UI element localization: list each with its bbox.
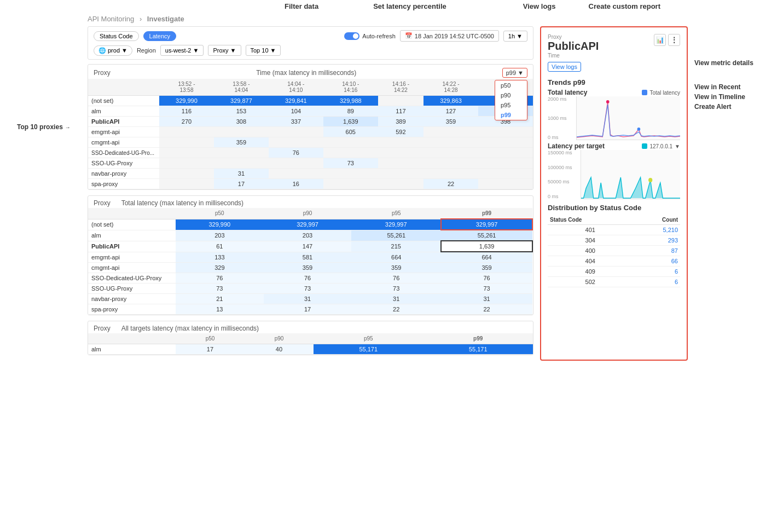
- latency-per-target-chart: 150000 ms 100000 ms 50000 ms 0 ms: [548, 150, 680, 199]
- time-header-label: Time: [548, 53, 599, 59]
- table-row: SSO-Dedicated-UG-Pro... 76: [88, 148, 533, 158]
- latency-per-target-label: Latency per target: [548, 142, 605, 150]
- svg-point-3: [648, 178, 652, 182]
- distribution-section: Distribution by Status Code Status Code …: [548, 204, 680, 287]
- total-latency-label: Total latency: [548, 89, 587, 96]
- region-btn[interactable]: us-west-2 ▼: [160, 45, 204, 56]
- view-recent-annotation: View in Recent: [694, 83, 760, 91]
- total-latency-metric: Total latency Total latency 2000 ms 1000…: [548, 89, 680, 140]
- view-timeline-annotation: View in Timeline: [694, 93, 760, 101]
- set-latency-annotation: Set latency percentile: [373, 2, 446, 10]
- total-latency-table: p50 p90 p95 p99 (not set) 329,990 329,99…: [88, 208, 533, 315]
- all-targets-section: Proxy All targets latency (max latency i…: [88, 321, 533, 355]
- trends-title: Trends p99: [548, 78, 680, 86]
- total-latency-section: Proxy Total latency (max latency in mill…: [88, 195, 533, 315]
- table-row: alm 116 153 104 89 117 127 55,261: [88, 106, 533, 117]
- table-row: emgmt-api 605 592: [88, 127, 533, 137]
- percentile-dropdown: p50 p90 p95 p99: [495, 80, 527, 120]
- prod-btn[interactable]: 🌐 prod ▼: [94, 45, 132, 56]
- right-panel: Proxy PublicAPI Time 📊 ⋮ View logs Trend…: [540, 26, 688, 361]
- table-row: (not set) 329,990 329,877 329,841 329,98…: [88, 96, 533, 106]
- svg-point-1: [637, 128, 641, 131]
- dist-row: 304 293: [548, 235, 680, 246]
- latency-per-target-metric: Latency per target 127.0.0.1 ▼ 150000 ms…: [548, 142, 680, 199]
- table1-title: Proxy: [94, 69, 111, 77]
- dist-header-code: Status Code: [548, 215, 633, 225]
- table-row: cmgmt-api 329 359 359 359: [88, 263, 532, 273]
- table2-title: Proxy: [94, 199, 111, 207]
- table-row: PublicAPI 270 308 337 1,639 389 359 398: [88, 117, 533, 127]
- dist-row: 400 87: [548, 246, 680, 256]
- view-logs-annotation: View logs: [523, 2, 556, 10]
- view-metric-annotation: View metric details: [694, 59, 760, 67]
- latency-btn[interactable]: Latency: [143, 31, 177, 41]
- dist-table: Status Code Count 401 5,210 304 293: [548, 215, 680, 287]
- table1-subtitle: Time (max latency in milliseconds): [256, 69, 356, 77]
- auto-refresh-toggle[interactable]: Auto-refresh: [344, 32, 396, 40]
- time-heatmap-table: 13:52 -13:58 13:58 -14:04 14:04 -14:10 1…: [88, 79, 533, 189]
- p95-option[interactable]: p95: [495, 100, 527, 110]
- table-row: spa-proxy 13 17 22 22: [88, 304, 532, 315]
- table-row: PublicAPI 61 147 215 1,639: [88, 241, 532, 252]
- table-row: emgmt-api 133 581 664 664: [88, 252, 532, 263]
- controls-bar: Status Code Latency Auto-refresh 📅 18 Ja…: [88, 26, 533, 60]
- svg-marker-2: [581, 177, 680, 198]
- table-row: SSO-UG-Proxy 73 73 73 73: [88, 284, 532, 294]
- create-alert-annotation: Create Alert: [694, 103, 760, 111]
- target-legend-dropdown[interactable]: ▼: [675, 143, 680, 149]
- right-annotations: View metric details View in Recent View …: [694, 26, 760, 361]
- time-range-btn[interactable]: 1h ▼: [503, 31, 527, 42]
- total-latency-chart: 2000 ms 1000 ms 0 ms: [548, 96, 680, 140]
- breadcrumb: API Monitoring › Investigate: [88, 11, 760, 26]
- top10-proxies-label: Top 10 proxies →: [17, 123, 71, 131]
- svg-point-0: [606, 100, 610, 103]
- proxy-header-label: Proxy: [548, 34, 599, 40]
- time-heatmap-section: Top 10 proxies → Proxy Time (max latency…: [88, 64, 533, 190]
- table3-title: Proxy: [94, 325, 111, 332]
- table-row: alm 203 203 55,261 55,261: [88, 230, 532, 241]
- proxy-filter-btn[interactable]: Proxy ▼: [208, 45, 241, 56]
- table-row: SSO-UG-Proxy 73: [88, 158, 533, 169]
- filter-data-annotation: Filter data: [285, 2, 318, 10]
- p50-option[interactable]: p50: [495, 80, 527, 90]
- date-picker[interactable]: 📅 18 Jan 2019 14:52 UTC-0500: [400, 30, 499, 42]
- dist-row: 409 6: [548, 267, 680, 277]
- dist-header-count: Count: [633, 215, 680, 225]
- create-report-annotation: Create custom report: [589, 2, 660, 10]
- p90-option[interactable]: p90: [495, 90, 527, 100]
- proxy-header-value: PublicAPI: [548, 40, 599, 53]
- view-logs-link[interactable]: View logs: [548, 62, 581, 72]
- all-targets-table: p50 p90 p95 p99 alm 17 40 55,171 55,171: [88, 333, 533, 355]
- table3-subtitle: All targets latency (max latency in mill…: [121, 325, 259, 332]
- p99-dropdown-btn[interactable]: p99 ▼: [502, 68, 527, 78]
- dist-title: Distribution by Status Code: [548, 204, 680, 212]
- table-row: spa-proxy 17 16 22: [88, 179, 533, 189]
- table-row: SSO-Dedicated-UG-Proxy 76 76 76 76: [88, 273, 532, 284]
- dist-row: 404 66: [548, 256, 680, 267]
- status-code-btn[interactable]: Status Code: [94, 31, 139, 41]
- table-row: (not set) 329,990 329,997 329,997 329,99…: [88, 219, 532, 230]
- table-row: cmgmt-api 359: [88, 137, 533, 148]
- target-legend: 127.0.0.1: [649, 143, 672, 149]
- trends-section: Trends p99 Total latency Total latency 2…: [548, 78, 680, 199]
- dist-row: 502 6: [548, 277, 680, 287]
- more-options-btn[interactable]: ⋮: [668, 34, 680, 46]
- top10-btn[interactable]: Top 10 ▼: [246, 45, 281, 56]
- p99-option-selected[interactable]: p99: [495, 110, 527, 120]
- region-label: Region: [137, 47, 156, 54]
- table-row: navbar-proxy 21 31 31 31: [88, 294, 532, 304]
- chart-icon-btn[interactable]: 📊: [654, 34, 666, 46]
- table2-subtitle: Total latency (max latency in millisecon…: [121, 199, 243, 207]
- dist-row: 401 5,210: [548, 225, 680, 235]
- table-row: navbar-proxy 31: [88, 169, 533, 179]
- total-latency-legend: Total latency: [649, 90, 680, 96]
- right-panel-header: Proxy PublicAPI Time 📊 ⋮ View logs: [548, 34, 680, 75]
- table-row: alm 17 40 55,171 55,171: [88, 344, 533, 355]
